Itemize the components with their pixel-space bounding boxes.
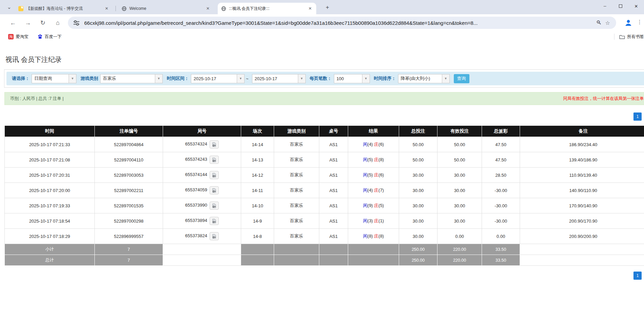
- video-replay-button[interactable]: [210, 202, 219, 210]
- sort-combobox[interactable]: 降幂(由大到小) ▼: [398, 74, 450, 83]
- cell-table-no: AS1: [319, 213, 348, 229]
- column-header: 注单编号: [95, 126, 163, 137]
- column-header: 总投注: [399, 126, 437, 137]
- tab-betrecord-active[interactable]: :::视讯 会员下注纪录::: ✕: [218, 3, 316, 14]
- banker-result: 庄: [374, 172, 378, 177]
- forward-icon[interactable]: →: [23, 18, 33, 28]
- cell-valid-bet: 30.00: [437, 198, 482, 213]
- close-window-button[interactable]: ✕: [628, 0, 644, 12]
- folder-icon: [619, 34, 625, 39]
- table-row: 2025-10-17 07:18:54522897000298655373894…: [5, 213, 644, 229]
- tab-forum[interactable]: 【新提醒】海燕论坛 - 博学交流 ✕: [15, 3, 113, 14]
- page-size-combobox[interactable]: 100 ▼: [334, 74, 370, 83]
- cell-total-bet[interactable]: 30.00: [399, 168, 437, 183]
- page-title: 视讯 会员下注纪录: [5, 55, 62, 64]
- cell-round-id: 655374059: [163, 183, 241, 198]
- summary-empty: [241, 255, 274, 266]
- profile-avatar-icon[interactable]: [624, 19, 632, 27]
- cell-result: 闲(5) 庄(6): [348, 168, 399, 183]
- total-row: 总计7250.00220.0033.50: [5, 255, 644, 266]
- cell-game-type: 百家乐: [274, 198, 319, 213]
- search-button[interactable]: 查询: [454, 74, 469, 83]
- bookmark-label: 百度一下: [45, 34, 62, 40]
- sort-label: 时间排序：: [374, 75, 396, 82]
- forum-favicon-icon: [18, 6, 23, 11]
- new-tab-button[interactable]: +: [323, 3, 332, 12]
- cell-total-bet[interactable]: 30.00: [399, 229, 437, 244]
- cell-table-no: AS1: [319, 152, 348, 168]
- page-size-value: 100: [334, 74, 362, 83]
- all-bookmarks[interactable]: 所有书签: [614, 31, 644, 42]
- cell-game-type: 百家乐: [274, 229, 319, 244]
- browser-menu-icon[interactable]: ⋮: [637, 19, 643, 27]
- select-label: 请选择：: [12, 75, 30, 82]
- baidu-paw-icon: [37, 34, 43, 39]
- summary-valid-bet: 220.00: [437, 255, 482, 266]
- chevron-down-icon[interactable]: ▼: [69, 74, 76, 83]
- cell-note: 110.90/139.40: [520, 168, 644, 183]
- tab-divider: [115, 6, 116, 11]
- summary-blank: [163, 244, 241, 255]
- address-bar[interactable]: 66cxkj98.com/ipl/portal.php/game/betreco…: [68, 17, 616, 29]
- chevron-down-icon[interactable]: ▼: [298, 74, 305, 83]
- cell-result: 闲(4) 庄(6): [348, 137, 399, 152]
- url-text: 66cxkj98.com/ipl/portal.php/game/betreco…: [84, 20, 594, 26]
- column-header: 结果: [348, 126, 399, 137]
- bookmarks-divider: [614, 34, 614, 40]
- range-tilde: ~: [246, 76, 249, 81]
- pagination-page-1-bottom[interactable]: 1: [633, 272, 642, 280]
- cell-total-bet[interactable]: 30.00: [399, 213, 437, 229]
- chevron-down-icon[interactable]: ▼: [237, 74, 244, 83]
- site-info-icon[interactable]: [72, 18, 81, 27]
- cell-bet-id: 522897000298: [95, 213, 163, 229]
- cell-total-bet[interactable]: 50.00: [399, 152, 437, 168]
- query-type-combobox[interactable]: 日期查询 ▼: [32, 74, 76, 83]
- cell-note: 200.90/200.90: [520, 229, 644, 244]
- home-icon[interactable]: ⌂: [53, 18, 62, 28]
- reload-icon[interactable]: ↻: [38, 18, 48, 28]
- cell-total-bet[interactable]: 50.00: [399, 137, 437, 152]
- summary-empty: [274, 255, 319, 266]
- summary-empty: [274, 244, 319, 255]
- cell-valid-bet: 30.00: [437, 183, 482, 198]
- cell-result: 闲(4) 庄(7): [348, 183, 399, 198]
- tab-close-icon[interactable]: ✕: [307, 6, 313, 11]
- cell-table-no: AS1: [319, 198, 348, 213]
- window-controls: ─ ✕: [597, 0, 644, 12]
- cell-time: 2025-10-17 07:18:54: [5, 213, 95, 229]
- cell-total-bet[interactable]: 30.00: [399, 183, 437, 198]
- tab-welcome[interactable]: Welcome ✕: [118, 3, 214, 14]
- cell-total-bet[interactable]: 30.00: [399, 198, 437, 213]
- video-replay-button[interactable]: [210, 171, 219, 179]
- video-replay-button[interactable]: [210, 232, 219, 240]
- maximize-button[interactable]: [613, 0, 628, 12]
- bookmarks-bar: 淘 爱淘宝 百度一下 所有书签: [0, 31, 644, 42]
- cell-table-no: AS1: [319, 137, 348, 152]
- cell-result: 闲(9) 庄(5): [348, 198, 399, 213]
- chevron-down-icon[interactable]: ▼: [362, 74, 370, 83]
- chevron-down-icon[interactable]: ▼: [155, 74, 162, 83]
- date-to-combobox[interactable]: 2025-10-17 ▼: [252, 74, 306, 83]
- tab-search-chevron-icon[interactable]: ⌄: [5, 3, 14, 12]
- valid-bet-notice: 同局有效投注，统一计算在该局第一张注单内: [563, 96, 644, 102]
- cell-payout: -30.00: [482, 183, 520, 198]
- date-from-combobox[interactable]: 2025-10-17 ▼: [191, 74, 245, 83]
- player-result: 闲: [363, 233, 368, 239]
- video-replay-button[interactable]: [210, 140, 219, 149]
- video-replay-button[interactable]: [210, 217, 219, 225]
- summary-valid-bet: 220.00: [437, 244, 482, 255]
- bookmark-baidu[interactable]: 百度一下: [37, 34, 62, 40]
- game-type-combobox[interactable]: 百家乐 ▼: [100, 74, 163, 83]
- back-icon[interactable]: ←: [8, 18, 18, 28]
- video-replay-button[interactable]: [210, 186, 219, 194]
- tab-close-icon[interactable]: ✕: [205, 6, 211, 11]
- bookmark-taobao[interactable]: 淘 爱淘宝: [8, 34, 29, 40]
- chevron-down-icon[interactable]: ▼: [442, 74, 449, 83]
- video-replay-button[interactable]: [210, 156, 219, 164]
- tab-close-icon[interactable]: ✕: [104, 6, 109, 11]
- bookmark-star-icon[interactable]: ☆: [603, 18, 612, 27]
- cell-game-type: 百家乐: [274, 168, 319, 183]
- zoom-page-icon[interactable]: 🔍︎: [594, 18, 603, 27]
- minimize-button[interactable]: ─: [597, 0, 613, 12]
- pagination-page-1-top[interactable]: 1: [633, 112, 642, 121]
